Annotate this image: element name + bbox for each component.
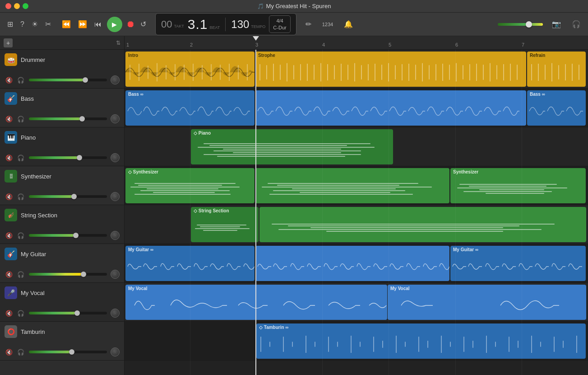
headphone-button-tamburin[interactable]: 🎧 xyxy=(16,348,25,356)
sidebar: + ⇅ 🥁 Drummer 🔇 🎧 · 🎸 xyxy=(0,36,125,375)
headphone-button-synthesizer[interactable]: 🎧 xyxy=(16,193,25,201)
smarttempo-button[interactable]: ☀ xyxy=(30,19,40,29)
play-button[interactable]: ▶ xyxy=(107,17,122,32)
mute-button-piano[interactable]: 🔇 xyxy=(5,154,14,162)
camera-button[interactable]: 📷 xyxy=(550,19,563,29)
track-fader-drummer[interactable] xyxy=(29,79,107,81)
midi-line xyxy=(272,224,555,225)
clip-vocal-1[interactable]: My Vocal xyxy=(125,285,387,320)
clip-piano[interactable]: ◇ Piano xyxy=(191,129,393,164)
track-fader-thumb-my-vocal[interactable] xyxy=(74,310,80,316)
scissors-button[interactable]: ✂ xyxy=(43,19,53,29)
track-fader-thumb-piano[interactable] xyxy=(77,155,82,160)
close-button[interactable] xyxy=(5,3,11,9)
track-row-synthesizer: ◇ Synthesizer xyxy=(125,166,588,205)
midi-line xyxy=(479,189,544,190)
clip-drummer-refrain[interactable]: Refrain xyxy=(527,52,586,87)
minimize-button[interactable] xyxy=(14,3,20,9)
track-pan-string-section[interactable]: · xyxy=(111,231,120,240)
grid-line-6 xyxy=(455,50,456,375)
volume-slider-thumb[interactable] xyxy=(526,21,532,28)
track-fader-thumb-string-section[interactable] xyxy=(73,233,79,238)
clip-drummer-strophe[interactable]: Strophe xyxy=(255,52,526,87)
clip-vocal-label-2: My Vocal xyxy=(390,286,410,291)
to-start-button[interactable]: ⏮ xyxy=(93,19,103,29)
track-pan-drummer[interactable]: · xyxy=(111,75,120,84)
track-fader-fill-piano xyxy=(29,156,79,159)
headphone-button-piano[interactable]: 🎧 xyxy=(16,154,25,162)
midi-line xyxy=(268,183,418,184)
mute-button-tamburin[interactable]: 🔇 xyxy=(5,348,14,356)
track-fader-thumb-bass[interactable] xyxy=(79,116,85,122)
track-fader-bass[interactable] xyxy=(29,117,107,120)
track-fader-thumb-drummer[interactable] xyxy=(83,77,88,83)
beat-section: 3.1 BEAT xyxy=(188,17,220,32)
ruler-mark-3: 3 xyxy=(255,42,258,47)
volume-slider-track[interactable] xyxy=(498,23,543,26)
ruler-mark-1: 1 xyxy=(126,42,129,47)
sort-button[interactable]: ⇅ xyxy=(116,40,120,46)
track-fader-piano[interactable] xyxy=(29,156,107,159)
library-button[interactable]: ⊞ xyxy=(5,19,15,29)
track-pan-tamburin[interactable]: · xyxy=(111,347,120,356)
clip-synth-3[interactable]: Synthesizer xyxy=(450,168,586,203)
mute-button-string-section[interactable]: 🔇 xyxy=(5,232,14,239)
maximize-button[interactable] xyxy=(23,3,28,9)
mute-button-bass[interactable]: 🔇 xyxy=(5,115,14,123)
track-fader-synthesizer[interactable] xyxy=(29,195,107,198)
track-pan-bass[interactable]: · xyxy=(111,114,120,123)
track-fader-tamburin[interactable] xyxy=(29,351,107,353)
midi-line xyxy=(273,190,405,191)
ruler-mark-4: 4 xyxy=(322,42,325,47)
ruler-mark-7: 7 xyxy=(522,42,524,47)
numbers-button[interactable]: 1234 xyxy=(320,21,335,28)
clip-vocal-2[interactable]: My Vocal xyxy=(388,285,586,320)
track-fader-thumb-my-guitar[interactable] xyxy=(81,272,86,277)
headphone-button-string-section[interactable]: 🎧 xyxy=(16,232,25,239)
headphone-button-my-vocal[interactable]: 🎧 xyxy=(16,309,25,317)
track-pan-synthesizer[interactable]: · xyxy=(111,192,120,201)
pen-tool-button[interactable]: ✏ xyxy=(304,19,313,29)
fast-forward-button[interactable]: ⏩ xyxy=(76,19,89,29)
time-sig-key: C-Dur xyxy=(273,24,286,31)
mute-button-my-vocal[interactable]: 🔇 xyxy=(5,309,14,317)
clip-guitar-3[interactable]: My Guitar ∞ xyxy=(450,246,586,281)
track-pan-piano[interactable]: · xyxy=(111,153,120,162)
add-track-button[interactable]: + xyxy=(4,38,13,47)
track-fader-my-guitar[interactable] xyxy=(29,273,107,276)
grid-line-2 xyxy=(190,50,190,375)
headphone-button-drummer[interactable]: 🎧 xyxy=(16,76,25,84)
help-button[interactable]: ? xyxy=(19,19,26,29)
headphone-button-my-guitar[interactable]: 🎧 xyxy=(16,271,25,278)
track-controls-my-guitar: 🔇 🎧 · xyxy=(5,270,120,279)
clip-synth-2[interactable] xyxy=(255,168,449,203)
headphones-button[interactable]: 🎧 xyxy=(570,19,583,29)
track-name-row-tamburin: ⭕ Tamburin xyxy=(5,325,120,338)
headphone-button-bass[interactable]: 🎧 xyxy=(16,115,25,123)
clip-synth-label-1: ◇ Synthesizer xyxy=(128,169,158,174)
clip-label-refrain: Refrain xyxy=(530,53,545,58)
track-item-my-guitar: 🎸 My Guitar 🔇 🎧 · xyxy=(0,244,124,283)
tuner-button[interactable]: 🔔 xyxy=(342,19,355,29)
track-fader-my-vocal[interactable] xyxy=(29,312,107,314)
clip-strings-1[interactable]: ◇ String Section xyxy=(191,207,259,242)
clip-tamburin[interactable]: ◇ Tamburin ∞ xyxy=(256,323,586,359)
rewind-button[interactable]: ⏪ xyxy=(60,19,73,29)
clip-strings-2[interactable] xyxy=(259,207,586,242)
mute-button-synthesizer[interactable]: 🔇 xyxy=(5,193,14,201)
clip-bass-2[interactable] xyxy=(255,90,526,126)
track-pan-my-guitar[interactable]: · xyxy=(111,270,120,279)
content-area[interactable]: 1 2 3 4 5 6 7 Intro xyxy=(125,36,588,375)
mute-button-my-guitar[interactable]: 🔇 xyxy=(5,271,14,278)
mute-button-drummer[interactable]: 🔇 xyxy=(5,76,14,84)
clip-guitar-2[interactable] xyxy=(255,246,449,281)
track-fader-thumb-tamburin[interactable] xyxy=(69,349,74,355)
track-fader-string-section[interactable] xyxy=(29,234,107,237)
clip-bass-3[interactable]: Bass ∞ xyxy=(527,90,586,126)
loop-button[interactable]: ↺ xyxy=(139,19,148,29)
track-pan-my-vocal[interactable]: · xyxy=(111,309,120,318)
midi-line xyxy=(204,143,371,144)
track-fader-thumb-synthesizer[interactable] xyxy=(71,194,77,199)
time-signature-box[interactable]: 4/4 C-Dur xyxy=(269,15,290,33)
record-button[interactable]: ⏺ xyxy=(126,19,135,29)
